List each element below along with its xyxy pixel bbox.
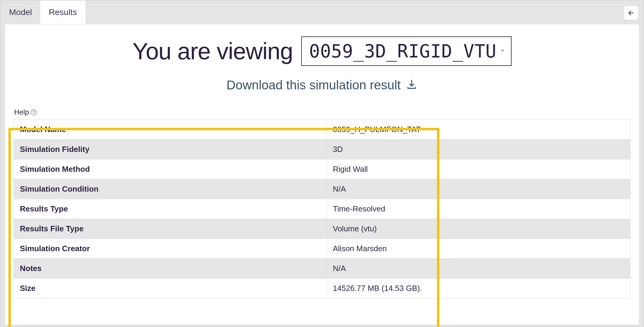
download-label: Download this simulation result (227, 78, 401, 92)
download-link[interactable]: Download this simulation result (5, 78, 639, 92)
table-row: Results File Type Volume (vtu) (14, 219, 630, 239)
table-row: Simulation Condition N/A (14, 179, 630, 199)
detail-label: Results Type (14, 199, 327, 219)
details-table: Model Name 0059_H_PULMFON_TAT Simulation… (14, 119, 630, 298)
table-row: Simulation Method Rigid Wall (14, 159, 630, 179)
detail-label: Results File Type (14, 219, 327, 239)
detail-value: 14526.77 MB (14.53 GB). (327, 279, 630, 298)
app-container: Model Results You are viewing 0059_3D_RI… (0, 0, 644, 327)
tab-results[interactable]: Results (40, 1, 85, 24)
main-panel: You are viewing 0059_3D_RIGID_VTU Downlo… (5, 24, 639, 325)
detail-value: N/A (327, 179, 630, 199)
tab-bar: Model Results (1, 1, 643, 24)
result-select[interactable]: 0059_3D_RIGID_VTU (301, 36, 512, 66)
arrow-left-icon (628, 10, 634, 16)
detail-value: Rigid Wall (327, 159, 630, 179)
table-row: Size 14526.77 MB (14.53 GB). (14, 279, 630, 298)
detail-label: Model Name (14, 120, 327, 140)
heading-row: You are viewing 0059_3D_RIGID_VTU (5, 33, 639, 68)
detail-label: Simulation Creator (14, 239, 327, 259)
help-icon: ? (31, 109, 37, 115)
table-row: Results Type Time-Resolved (14, 199, 630, 219)
detail-value: Volume (vtu) (327, 219, 630, 239)
help-label: Help (14, 108, 29, 116)
detail-value: 3D (327, 140, 630, 159)
page-heading: You are viewing (132, 38, 293, 65)
back-button[interactable] (624, 6, 638, 20)
detail-value: 0059_H_PULMFON_TAT (327, 120, 630, 140)
result-select-value: 0059_3D_RIGID_VTU (309, 41, 497, 62)
table-row: Simulation Fidelity 3D (14, 140, 630, 159)
table-row: Model Name 0059_H_PULMFON_TAT (14, 120, 630, 140)
detail-label: Simulation Method (14, 159, 327, 179)
detail-value: Time-Resolved (327, 199, 630, 219)
detail-label: Simulation Fidelity (14, 140, 327, 159)
help-link[interactable]: Help ? (5, 92, 639, 116)
detail-label: Size (14, 279, 327, 298)
detail-value: N/A (327, 259, 630, 279)
chevron-down-icon (500, 48, 505, 54)
detail-label: Simulation Condition (14, 179, 327, 199)
tab-model[interactable]: Model (1, 1, 40, 24)
download-icon (406, 79, 417, 91)
detail-label: Notes (14, 259, 327, 279)
table-row: Notes N/A (14, 259, 630, 279)
detail-value: Alison Marsden (327, 239, 630, 259)
table-row: Simulation Creator Alison Marsden (14, 239, 630, 259)
